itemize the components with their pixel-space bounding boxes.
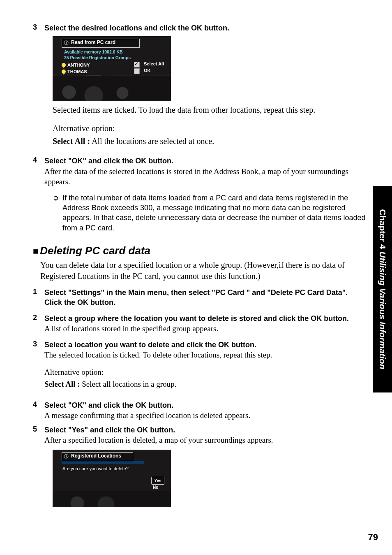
step-3-paragraph-2: Alternative option:: [53, 123, 367, 134]
decorative-bar: [62, 461, 144, 464]
delete-step-3-heading: Select a location you want to delete and…: [44, 340, 367, 350]
step-3-paragraph-1: Selected items are ticked. To load the d…: [53, 104, 367, 116]
delete-step-3-paragraph-1: The selected location is ticked. To dele…: [44, 350, 367, 360]
delete-step-4: 4 Select "OK" and click the OK button. A…: [33, 400, 367, 421]
delete-step-2-heading: Select a group where the location you wa…: [44, 313, 367, 323]
step-number: 3: [33, 23, 44, 33]
delete-step-5-heading: Select "Yes" and click the OK button.: [44, 425, 367, 435]
step-3-option: Select All : All the locations are selec…: [53, 136, 367, 147]
compass-icon: [64, 40, 69, 45]
note-text: If the total number of data items loaded…: [62, 193, 367, 233]
step-number: 5: [33, 425, 44, 446]
decorative-gears: [53, 491, 171, 507]
section-intro: You can delete data for a specified loca…: [40, 260, 367, 282]
note: ➲ If the total number of data items load…: [53, 193, 367, 233]
side-tab-title: Utilising Various Information: [378, 249, 387, 369]
delete-step-5-paragraph: After a specified location is deleted, a…: [44, 435, 367, 446]
list-item: ANTHONY: [62, 62, 135, 68]
delete-step-2-paragraph: A list of locations stored in the specif…: [44, 323, 367, 334]
window-title: Registered Locations: [71, 453, 121, 459]
delete-step-4-heading: Select "OK" and click the OK button.: [44, 400, 367, 410]
select-all-label: Select All :: [53, 137, 90, 146]
delete-step-3-paragraph-2: Alternative option:: [44, 367, 367, 378]
step-4-paragraph-1: After the data of the selected locations…: [44, 166, 367, 187]
possible-groups-label: 25 Possible Registration Groups: [64, 55, 131, 60]
select-all-label: Select All :: [44, 380, 80, 388]
step-number: 2: [33, 313, 44, 334]
side-tab: Chapter 4 Utilising Various Information: [373, 186, 392, 392]
step-number: 3: [33, 340, 44, 390]
delete-step-5: 5 Select "Yes" and click the OK button. …: [33, 425, 367, 446]
delete-step-1: 1 Select "Settings" in the Main menu, th…: [33, 288, 367, 308]
window-title-bar: Read from PC card: [62, 39, 140, 48]
step-4-heading: Select "OK" and click the OK button.: [44, 156, 367, 166]
step-number: 4: [33, 400, 44, 421]
pin-icon: [61, 69, 67, 74]
step-4: 4 Select "OK" and click the OK button. A…: [33, 156, 367, 187]
side-tab-chapter: Chapter 4: [378, 209, 387, 249]
section-heading: ■ Deleting PC card data: [33, 244, 367, 257]
window-title: Read from PC card: [71, 39, 115, 45]
yes-button: Yes: [151, 477, 164, 485]
confirm-message: Are you sure you want to delete?: [62, 466, 129, 471]
square-bullet-icon: ■: [33, 246, 38, 257]
window-title-bar: Registered Locations: [62, 452, 133, 461]
note-arrow-icon: ➲: [53, 193, 62, 233]
section-title: Deleting PC card data: [40, 244, 150, 257]
page: 3 Select the desired locations and click…: [0, 0, 392, 555]
delete-step-3: 3 Select a location you want to delete a…: [33, 340, 367, 390]
select-all-description: Select all locations in a group.: [80, 380, 177, 388]
delete-step-1-heading: Select "Settings" in the Main menu, then…: [44, 288, 367, 308]
screenshot-registered-locations: Registered Locations Are you sure you wa…: [53, 450, 367, 507]
ok-button: OK: [144, 68, 151, 73]
step-3-heading: Select the desired locations and click t…: [44, 23, 367, 33]
compass-icon: [64, 454, 69, 459]
list-item-label: ANTHONY: [67, 63, 90, 67]
checkbox-checked-icon: [134, 62, 140, 67]
no-button: No: [153, 485, 158, 490]
page-number: 79: [368, 532, 378, 543]
pin-icon: [61, 62, 67, 68]
checkbox-icon: [134, 68, 140, 74]
list-item: THOMAS: [62, 68, 135, 74]
list-item-label: THOMAS: [67, 69, 87, 74]
available-memory-label: Available memory 1902.0 KB: [64, 49, 123, 54]
decorative-gears: [53, 75, 171, 101]
step-number: 4: [33, 156, 44, 187]
step-number: 1: [33, 288, 44, 308]
delete-step-2: 2 Select a group where the location you …: [33, 313, 367, 334]
delete-step-4-paragraph: A message confirming that a specified lo…: [44, 410, 367, 421]
screenshot-read-from-pc-card: Read from PC card Available memory 1902.…: [53, 36, 367, 101]
step-3: 3 Select the desired locations and click…: [33, 23, 367, 33]
delete-step-3-option: Select All : Select all locations in a g…: [44, 379, 367, 390]
select-all-button: Select All: [144, 61, 164, 66]
select-all-description: All the locations are selected at once.: [90, 137, 214, 146]
